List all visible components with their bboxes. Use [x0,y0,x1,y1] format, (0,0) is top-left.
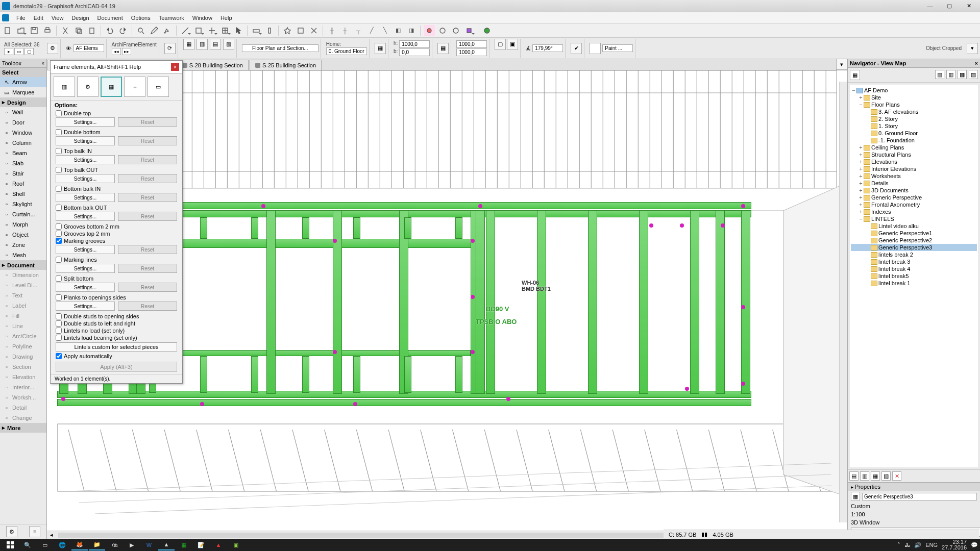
cube3-icon[interactable]: ▤ [210,39,221,50]
tool-change[interactable]: ▫Change [0,413,46,423]
tool-wall[interactable]: ▫Wall [0,107,46,117]
opt-double-studs-to-opening-sides-checkbox[interactable] [56,313,62,319]
tray-lang[interactable]: ENG [925,542,938,548]
settings-button[interactable]: Settings... [56,136,115,145]
paint-button[interactable]: Paint ... [602,44,633,52]
close-elem-button[interactable] [308,25,320,36]
redo-button[interactable] [117,25,129,36]
tree-item[interactable]: +Elevations [851,158,977,165]
layer-field[interactable]: AF Elems [74,44,104,52]
light-button[interactable] [424,25,435,36]
settings-button[interactable]: Settings... [56,283,115,292]
menu-help[interactable]: Help [216,12,236,23]
maximize-button[interactable]: ▢ [940,1,959,11]
tool-interior-[interactable]: ▫Interior... [0,382,46,392]
settings-button[interactable]: Settings... [56,212,115,221]
tree-item[interactable]: +3D Documents [851,187,977,194]
tool-fill[interactable]: ▫Fill [0,311,46,321]
snap-button[interactable] [206,25,217,36]
edit-1-button[interactable]: ╫ [326,25,337,36]
word-icon[interactable]: W [141,539,157,550]
tool-morph[interactable]: ▫Morph [0,219,46,230]
measure-button[interactable] [180,25,191,36]
navigator-tree[interactable]: −AF Demo +Site−Floor Plans3. AF elevatio… [850,85,978,467]
toolbox-section-design[interactable]: ▸ Design [0,97,46,107]
explorer-icon[interactable]: 📁 [89,539,105,550]
save-button[interactable] [29,25,40,36]
tree-item[interactable]: +Indexes [851,208,977,215]
tab-s25[interactable]: S-25 Building Section [250,60,322,70]
navigator-close-icon[interactable]: × [975,60,978,66]
zoom-button[interactable] [135,25,146,36]
record-button[interactable] [481,25,493,36]
menu-options[interactable]: Options [127,12,155,23]
tool-mesh[interactable]: ▫Mesh [0,250,46,260]
reset-button[interactable]: Reset [118,155,177,164]
settings-button[interactable]: Settings... [56,245,115,254]
opt-marking-lines-checkbox[interactable] [56,257,62,263]
toolbox-list-icon[interactable]: ≡ [29,526,40,537]
toolbox-close[interactable]: × [41,61,44,66]
tab-overflow[interactable]: ▾ [836,59,847,70]
selection-box[interactable]: ▭ [14,48,23,55]
edit-6-button[interactable]: ◧ [393,25,404,36]
tool-roof[interactable]: ▫Roof [0,179,46,189]
cursor-button[interactable] [233,25,244,36]
cube1-icon[interactable]: ▦ [183,39,194,50]
tree-item[interactable]: +Generic Perspective [851,194,977,201]
h-input[interactable] [399,40,430,48]
tool-stair[interactable]: ▫Stair [0,168,46,179]
opt-bottom-balk-in-checkbox[interactable] [56,186,62,192]
w1-input[interactable] [456,40,487,48]
start-button[interactable] [2,539,18,550]
close-button[interactable]: ✕ [960,1,978,11]
tree-item[interactable]: +Site [851,94,977,101]
taskbar-clock[interactable]: 23:1727.7.2016 [942,539,967,550]
mirror1-icon[interactable]: ▢ [495,39,506,50]
prop-name-field[interactable] [862,493,977,500]
tool-drawing[interactable]: ▫Drawing [0,352,46,362]
store-icon[interactable]: 🛍 [106,539,122,550]
settings-button[interactable]: Settings... [56,193,115,202]
tree-item[interactable]: Generic Perspective3 [851,244,977,251]
mode-icon-5[interactable]: ▭ [148,77,169,97]
tool-detail[interactable]: ▫Detail [0,403,46,413]
tool-curtain-[interactable]: ▫Curtain... [0,209,46,219]
nav-btm-5[interactable]: ✕ [892,471,901,481]
tool-skylight[interactable]: ▫Skylight [0,199,46,209]
marker-button[interactable] [450,25,461,36]
elem-prev[interactable]: ◂◂ [112,48,121,55]
wall-button[interactable] [251,25,262,36]
reset-button[interactable]: Reset [118,212,177,221]
elem-button[interactable] [295,25,306,36]
menu-document[interactable]: Document [93,12,127,23]
tree-item[interactable]: lintel break 3 [851,258,977,265]
notes-icon[interactable]: 📝 [193,539,209,550]
paste-button[interactable] [86,25,97,36]
mode-icon-1[interactable]: ▥ [54,77,75,97]
tree-item[interactable]: 0. Ground Floor [851,130,977,137]
tool-object[interactable]: ▫Object [0,230,46,240]
opt-planks-to-openings-sides-checkbox[interactable] [56,294,62,300]
mode-icon-4[interactable]: ＋ [124,77,145,97]
opt-bottom-balk-out-checkbox[interactable] [56,205,62,211]
minimize-button[interactable]: — [921,1,939,11]
tool-polyline[interactable]: ▫Polyline [0,341,46,352]
home-story-field[interactable]: 0. Ground Floor [326,47,367,55]
tool-worksh-[interactable]: ▫Worksh... [0,392,46,403]
nav-btm-2[interactable]: ▥ [860,471,869,481]
angle-input[interactable] [532,44,563,52]
nav-project-icon[interactable]: ▦ [850,70,860,80]
menu-view[interactable]: View [47,12,68,23]
tool-slab[interactable]: ▫Slab [0,158,46,168]
pencil-button[interactable] [149,25,160,36]
menu-edit[interactable]: Edit [30,12,47,23]
selection-next[interactable]: ▢ [24,48,34,55]
open-button[interactable] [15,25,27,36]
settings-button[interactable]: Settings... [56,155,115,164]
undo-button[interactable] [104,25,115,36]
tree-item[interactable]: lintel break 4 [851,265,977,272]
cut-button[interactable] [60,25,71,36]
settings-button[interactable]: Settings... [56,302,115,311]
app-icon-task[interactable]: ▣ [228,539,244,550]
